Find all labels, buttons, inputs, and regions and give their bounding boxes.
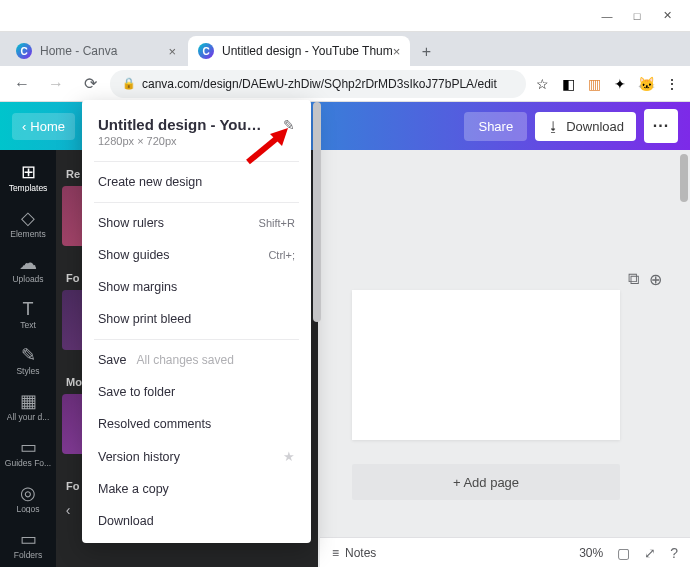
styles-icon: ✎ xyxy=(21,345,36,365)
menu-resolved-comments[interactable]: Resolved comments xyxy=(82,408,311,440)
guides-icon: ▭ xyxy=(20,437,37,457)
grid-view-icon[interactable]: ▢ xyxy=(617,545,630,561)
add-page-button[interactable]: + Add page xyxy=(352,464,620,500)
extensions-icon[interactable]: ✦ xyxy=(610,74,630,94)
star-icon[interactable]: ☆ xyxy=(532,74,552,94)
design-title: Untitled design - YouTube ... xyxy=(98,116,268,133)
lock-icon: 🔒 xyxy=(122,77,136,90)
browser-tab[interactable]: C Untitled design - YouTube Thum × xyxy=(188,36,410,66)
rail-logos[interactable]: ◎Logos xyxy=(0,475,56,521)
tab-title: Home - Canva xyxy=(40,44,117,58)
menu-item-label: Make a copy xyxy=(98,482,169,496)
edit-title-icon[interactable]: ✎ xyxy=(283,117,295,133)
rail-label: Folders xyxy=(14,551,42,560)
rail-label: Styles xyxy=(16,367,39,376)
rail-uploads[interactable]: ☁Uploads xyxy=(0,246,56,292)
window-maximize-button[interactable]: □ xyxy=(622,2,652,30)
duplicate-page-icon[interactable]: ⧉ xyxy=(628,270,639,289)
page-actions: ⧉ ⊕ xyxy=(628,270,662,289)
dropdown-scrollbar[interactable] xyxy=(313,102,321,541)
menu-item-label: Save to folder xyxy=(98,385,175,399)
zoom-level[interactable]: 30% xyxy=(579,546,603,560)
menu-item-label: Resolved comments xyxy=(98,417,211,431)
rail-allyourdesigns[interactable]: ▦All your d... xyxy=(0,383,56,429)
star-icon: ★ xyxy=(283,449,295,464)
left-rail: ⊞Templates ◇Elements ☁Uploads TText ✎Sty… xyxy=(0,150,56,567)
scrollbar-thumb[interactable] xyxy=(680,154,688,202)
download-icon: ⭳ xyxy=(547,119,560,134)
window-minimize-button[interactable]: — xyxy=(592,2,622,30)
extension-icon[interactable]: ◧ xyxy=(558,74,578,94)
canvas-area: ⧉ ⊕ + Add page xyxy=(318,150,690,567)
menu-item-label: Version history xyxy=(98,450,180,464)
templates-icon: ⊞ xyxy=(21,162,36,182)
browser-tabstrip: C Home - Canva × C Untitled design - You… xyxy=(0,32,690,66)
category-label: Fo xyxy=(66,272,79,284)
menu-version-history[interactable]: Version history★ xyxy=(82,440,311,473)
chevron-left-icon: ‹ xyxy=(22,119,26,134)
menu-icon[interactable]: ⋮ xyxy=(662,74,682,94)
scrollbar-thumb[interactable] xyxy=(313,102,321,322)
notes-icon: ≡ xyxy=(332,546,339,560)
rail-elements[interactable]: ◇Elements xyxy=(0,200,56,246)
canvas-page[interactable] xyxy=(352,290,620,440)
close-tab-icon[interactable]: × xyxy=(393,44,401,59)
menu-create-new[interactable]: Create new design xyxy=(82,166,311,198)
elements-icon: ◇ xyxy=(21,208,35,228)
window-close-button[interactable]: ✕ xyxy=(652,2,682,30)
menu-show-guides[interactable]: Show guidesCtrl+; xyxy=(82,239,311,271)
forward-button[interactable]: → xyxy=(42,70,70,98)
canvas-scrollbar[interactable] xyxy=(680,150,688,567)
rail-guides[interactable]: ▭Guides Fo... xyxy=(0,429,56,475)
more-button[interactable]: ··· xyxy=(644,109,678,143)
canva-favicon: C xyxy=(198,43,214,59)
menu-item-label: Save xyxy=(98,353,127,367)
fullscreen-icon[interactable]: ⤢ xyxy=(644,545,656,561)
help-icon[interactable]: ? xyxy=(670,545,678,561)
address-bar[interactable]: 🔒 canva.com/design/DAEwU-zhDiw/SQhp2rDrM… xyxy=(110,70,526,98)
rail-label: All your d... xyxy=(7,413,50,422)
menu-item-label: Show print bleed xyxy=(98,312,191,326)
download-button[interactable]: ⭳ Download xyxy=(535,112,636,141)
close-tab-icon[interactable]: × xyxy=(168,44,176,59)
menu-make-copy[interactable]: Make a copy xyxy=(82,473,311,505)
share-button[interactable]: Share xyxy=(464,112,527,141)
download-label: Download xyxy=(566,119,624,134)
menu-shortcut: Shift+R xyxy=(259,217,295,229)
menu-save[interactable]: SaveAll changes saved xyxy=(82,344,311,376)
browser-tab[interactable]: C Home - Canva × xyxy=(6,36,186,66)
file-title-row: Untitled design - YouTube ... ✎ xyxy=(82,110,311,135)
carousel-prev-icon[interactable]: ‹ xyxy=(58,500,78,520)
extension-icon[interactable]: ▥ xyxy=(584,74,604,94)
reload-button[interactable]: ⟳ xyxy=(76,70,104,98)
menu-download[interactable]: Download xyxy=(82,505,311,537)
save-status: All changes saved xyxy=(137,353,234,367)
home-button[interactable]: ‹ Home xyxy=(12,113,75,140)
rail-text[interactable]: TText xyxy=(0,292,56,338)
notes-label: Notes xyxy=(345,546,376,560)
tab-title: Untitled design - YouTube Thum xyxy=(222,44,393,58)
rail-templates[interactable]: ⊞Templates xyxy=(0,154,56,200)
rail-label: Templates xyxy=(9,184,48,193)
menu-show-margins[interactable]: Show margins xyxy=(82,271,311,303)
menu-show-rulers[interactable]: Show rulersShift+R xyxy=(82,207,311,239)
notes-button[interactable]: ≡ Notes xyxy=(332,546,376,560)
rail-folders[interactable]: ▭Folders xyxy=(0,521,56,567)
menu-show-print-bleed[interactable]: Show print bleed xyxy=(82,303,311,335)
new-tab-button[interactable]: + xyxy=(412,38,440,66)
menu-item-label: Create new design xyxy=(98,175,202,189)
rail-label: Logos xyxy=(16,505,39,514)
add-page-icon[interactable]: ⊕ xyxy=(649,270,662,289)
menu-separator xyxy=(94,339,299,340)
canva-favicon: C xyxy=(16,43,32,59)
category-label: Re xyxy=(66,168,80,180)
menu-save-to-folder[interactable]: Save to folder xyxy=(82,376,311,408)
back-button[interactable]: ← xyxy=(8,70,36,98)
rail-label: Text xyxy=(20,321,36,330)
menu-separator xyxy=(94,161,299,162)
extension-icon[interactable]: 🐱 xyxy=(636,74,656,94)
menu-item-label: Show rulers xyxy=(98,216,164,230)
category-label: Mo xyxy=(66,376,82,388)
rail-styles[interactable]: ✎Styles xyxy=(0,338,56,384)
menu-item-label: Show margins xyxy=(98,280,177,294)
